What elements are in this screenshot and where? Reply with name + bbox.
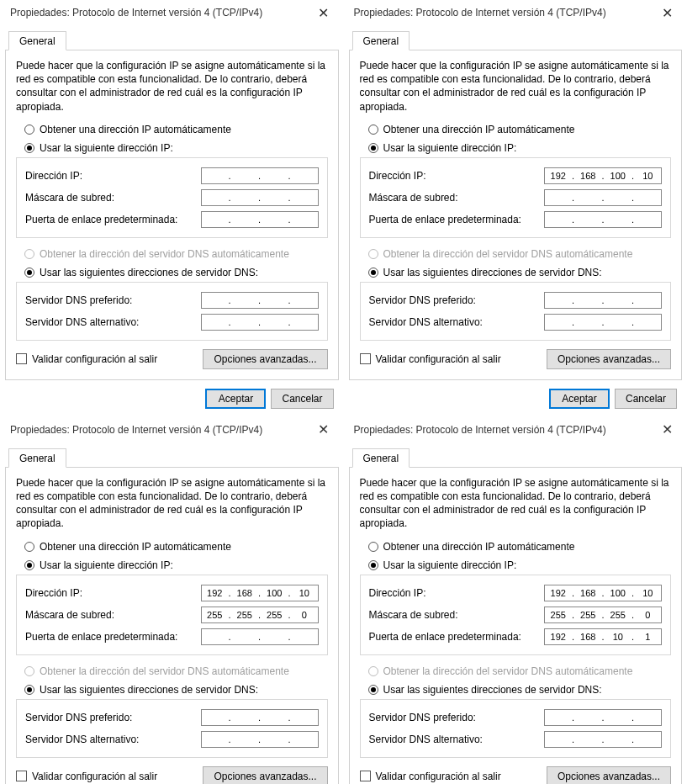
checkbox-label: Validar configuración al salir [376,353,501,365]
dns-group: Servidor DNS preferido: ... Servidor DNS… [16,699,328,758]
ip-dot: . [572,734,575,744]
radio-icon [368,666,378,676]
validate-checkbox[interactable]: Validar configuración al salir [16,771,157,782]
ip-dot: . [632,317,635,327]
ip-octet[interactable]: 10 [293,588,316,598]
ip-dot: . [601,712,605,723]
input-gateway[interactable]: ... [201,211,319,228]
dns-group: Servidor DNS preferido: ... Servidor DNS… [360,282,672,341]
ip-octet[interactable]: 192 [547,588,570,598]
radio-manual-ip[interactable]: Usar la siguiente dirección IP: [24,558,328,573]
radio-auto-ip[interactable]: Obtener una dirección IP automáticamente [368,539,672,554]
accept-button[interactable]: Aceptar [205,389,266,409]
ip-octet[interactable]: 100 [262,588,286,598]
advanced-button[interactable]: Opciones avanzadas... [547,349,671,369]
tab-general[interactable]: General [8,448,66,468]
ip-octet[interactable]: 168 [576,632,600,642]
ip-dot: . [228,193,231,203]
ip-group: Dirección IP: ... Máscara de subred: ...… [16,157,328,238]
ip-octet[interactable]: 0 [636,610,659,620]
ip-octet[interactable]: 100 [606,171,630,181]
ipv4-properties-dialog: Propiedades: Protocolo de Internet versi… [344,0,688,417]
radio-manual-ip[interactable]: Usar la siguiente dirección IP: [368,558,672,573]
ip-dot: . [228,632,231,642]
ip-octet[interactable]: 255 [233,610,256,620]
ip-octet[interactable]: 10 [606,632,630,642]
ip-dot: . [288,588,291,598]
close-icon[interactable]: ✕ [312,5,336,21]
input-dns1[interactable]: ... [201,292,319,309]
radio-manual-ip[interactable]: Usar la siguiente dirección IP: [368,140,672,156]
tab-strip: General [349,446,683,468]
validate-checkbox[interactable]: Validar configuración al salir [360,771,501,782]
ip-octet[interactable]: 255 [576,610,600,620]
advanced-button[interactable]: Opciones avanzadas... [203,349,327,369]
ip-dot: . [288,317,291,327]
close-icon[interactable]: ✕ [312,421,336,437]
input-ip[interactable]: 192.168.100.10 [201,585,319,601]
input-gateway[interactable]: ... [201,628,319,645]
cancel-button[interactable]: Cancelar [271,389,333,409]
input-ip[interactable]: 192.168.100.10 [544,167,662,184]
input-dns2[interactable]: ... [201,314,319,331]
tab-general[interactable]: General [8,31,66,50]
input-dns1[interactable]: ... [201,709,319,726]
radio-manual-dns[interactable]: Usar las siguientes direcciones de servi… [24,682,328,697]
ip-octet[interactable]: 168 [233,588,256,598]
ip-octet[interactable]: 100 [606,588,630,598]
advanced-button[interactable]: Opciones avanzadas... [203,766,327,785]
ip-octet[interactable]: 168 [576,171,600,181]
ip-dot: . [572,215,575,225]
ip-dot: . [288,632,291,642]
radio-label: Obtener una dirección IP automáticamente [383,541,575,553]
input-dns1[interactable]: ... [544,709,662,726]
bottom-row: Validar configuración al salir Opciones … [16,766,328,785]
radio-auto-ip[interactable]: Obtener una dirección IP automáticamente [368,122,672,137]
ip-octet[interactable]: 255 [262,610,286,620]
input-mask[interactable]: ... [544,189,662,206]
ip-group: Dirección IP: 192.168.100.10 Máscara de … [360,157,672,238]
input-gateway[interactable]: ... [544,211,662,228]
close-icon[interactable]: ✕ [655,421,679,437]
ip-octet[interactable]: 0 [293,610,316,620]
validate-checkbox[interactable]: Validar configuración al salir [360,353,501,365]
ip-dot: . [601,588,605,598]
ip-octet[interactable]: 255 [547,610,570,620]
ip-octet[interactable]: 192 [547,632,570,642]
ip-octet[interactable]: 168 [576,588,600,598]
validate-checkbox[interactable]: Validar configuración al salir [16,353,157,365]
close-icon[interactable]: ✕ [655,5,679,21]
ip-octet[interactable]: 192 [203,588,226,598]
bottom-row: Validar configuración al salir Opciones … [16,349,328,369]
advanced-button[interactable]: Opciones avanzadas... [547,766,671,785]
accept-button[interactable]: Aceptar [549,389,610,409]
ip-octet[interactable]: 255 [203,610,226,620]
radio-manual-ip[interactable]: Usar la siguiente dirección IP: [24,140,328,156]
input-dns1[interactable]: ... [544,292,662,309]
tab-general[interactable]: General [352,31,410,50]
ip-dot: . [258,193,262,203]
ip-octet[interactable]: 1 [636,632,659,642]
ip-octet[interactable]: 192 [547,171,570,181]
input-mask[interactable]: 255.255.255.0 [544,607,662,623]
ip-octet[interactable]: 255 [606,610,630,620]
input-dns2[interactable]: ... [544,731,662,748]
ip-octet[interactable]: 10 [636,588,659,598]
cancel-button[interactable]: Cancelar [615,389,677,409]
input-ip[interactable]: ... [201,167,319,184]
ip-octet[interactable]: 10 [636,171,659,181]
input-dns2[interactable]: ... [544,314,662,331]
input-mask[interactable]: ... [201,189,319,206]
input-mask[interactable]: 255.255.255.0 [201,607,319,623]
radio-auto-ip[interactable]: Obtener una dirección IP automáticamente [24,539,328,554]
input-gateway[interactable]: 192.168.10.1 [544,628,662,645]
radio-manual-dns[interactable]: Usar las siguientes direcciones de servi… [368,265,672,280]
tab-content: Puede hacer que la configuración IP se a… [349,468,683,784]
radio-auto-ip[interactable]: Obtener una dirección IP automáticamente [24,122,328,137]
label-mask: Máscara de subred: [369,192,545,204]
tab-general[interactable]: General [352,448,410,468]
radio-manual-dns[interactable]: Usar las siguientes direcciones de servi… [24,265,328,280]
input-ip[interactable]: 192.168.100.10 [544,585,662,601]
input-dns2[interactable]: ... [201,731,319,748]
radio-manual-dns[interactable]: Usar las siguientes direcciones de servi… [368,682,672,697]
